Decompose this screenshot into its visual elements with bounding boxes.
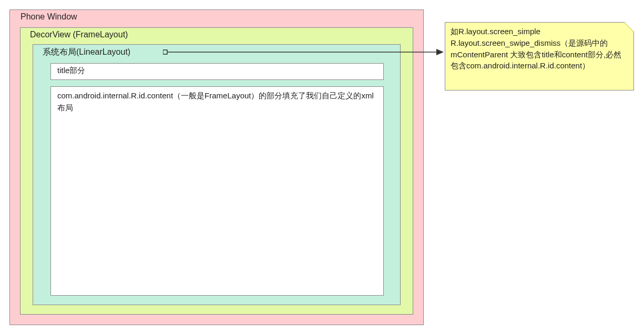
phone-window-label: Phone Window [21,12,77,21]
svg-marker-2 [436,49,444,55]
annotation-note: 如R.layout.screen_simple R.layout.screen_… [445,22,634,90]
system-layout-label: 系统布局(LinearLayout) [43,47,130,56]
note-fold-icon [624,23,633,32]
content-section-box: com.android.internal.R.id.content（一般是Fra… [50,86,384,296]
annotation-note-text: 如R.layout.screen_simple R.layout.screen_… [451,27,621,70]
title-section-box: title部分 [50,63,384,80]
title-section-text: title部分 [57,66,85,75]
decor-view-label: DecorView (FrameLayout) [30,30,128,39]
content-section-text: com.android.internal.R.id.content（一般是Fra… [57,91,374,112]
